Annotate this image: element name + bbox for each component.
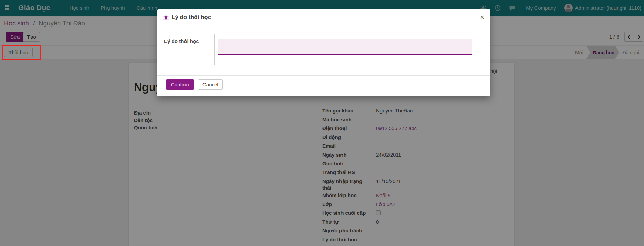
dialog-header: Lý do thôi học × xyxy=(157,9,490,25)
dialog-body: Lý do thôi học xyxy=(157,25,490,75)
dialog-footer: Confirm Cancel xyxy=(157,75,490,96)
cancel-button[interactable]: Cancel xyxy=(198,79,223,90)
close-icon[interactable]: × xyxy=(480,14,484,21)
dialog-title: Lý do thôi học xyxy=(172,14,211,21)
dropout-reason-label: Lý do thôi học xyxy=(164,38,212,44)
bug-icon xyxy=(163,15,169,20)
confirm-button[interactable]: Confirm xyxy=(166,79,194,90)
label-separator-line xyxy=(214,34,215,65)
dropout-reason-dialog: Lý do thôi học × Lý do thôi học Confirm … xyxy=(157,9,490,96)
dropout-reason-input[interactable] xyxy=(218,39,472,55)
